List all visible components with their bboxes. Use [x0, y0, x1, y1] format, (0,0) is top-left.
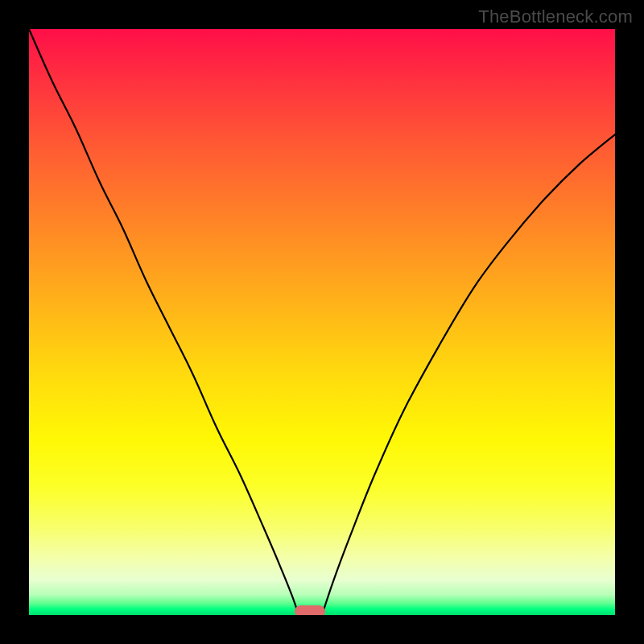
watermark-text: TheBottleneck.com: [478, 6, 633, 27]
bottleneck-curve: [29, 29, 615, 615]
curve-right-branch: [322, 134, 615, 615]
minimum-marker: [295, 605, 325, 615]
chart-frame: TheBottleneck.com: [0, 0, 644, 644]
curve-left-branch: [29, 29, 299, 615]
plot-area: [29, 29, 615, 615]
